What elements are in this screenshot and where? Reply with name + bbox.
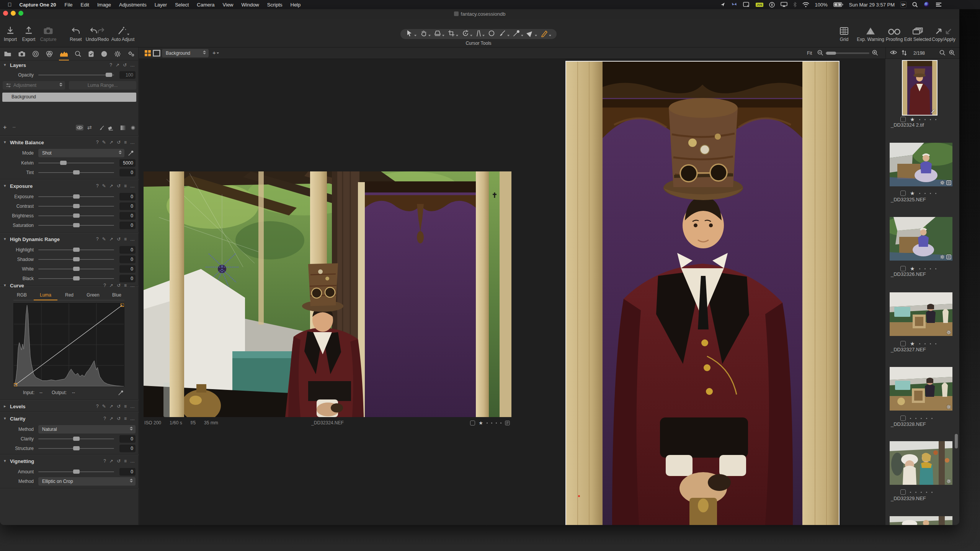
reset-button[interactable]: Reset <box>67 24 84 42</box>
edit-selected-button[interactable]: Edit Selected <box>902 24 933 42</box>
zoom-slider[interactable] <box>825 52 869 54</box>
browser-zoom-icon[interactable] <box>949 50 955 57</box>
black-slider[interactable] <box>38 278 114 279</box>
thumb-6-filename[interactable]: _DD32329.NEF <box>891 496 926 501</box>
help-icon[interactable]: ? <box>96 140 99 145</box>
thumb-1-filename[interactable]: _DD32324 2.tif <box>891 122 924 128</box>
exposure-slider[interactable] <box>38 196 114 197</box>
zoom-fit-select[interactable]: Fit <box>807 51 812 56</box>
menu-edit[interactable]: Edit <box>81 2 89 8</box>
clarity-method-select[interactable]: Natural <box>38 425 136 434</box>
vignette-amount-value[interactable]: 0 <box>119 468 136 476</box>
loupe-tool-icon[interactable] <box>434 29 444 39</box>
tint-value[interactable]: 0 <box>119 169 136 176</box>
swap-layers-icon[interactable]: ⇄ <box>87 124 92 130</box>
adjustments-picker-tool-icon[interactable] <box>526 29 537 39</box>
airplay-icon[interactable] <box>781 2 787 7</box>
reset-panel-icon[interactable]: ↺ <box>123 62 127 68</box>
viewer-image-2-selected[interactable]: ISO 2001/60 sf/535 mm _DD32324 2.tif ★ <box>565 61 840 525</box>
single-view-icon[interactable] <box>153 50 160 58</box>
levels-panel-header[interactable]: ▸ Levels ?✎↗↺≡… <box>0 402 139 412</box>
tint-slider[interactable] <box>38 172 114 173</box>
structure-value[interactable]: 0 <box>119 445 136 452</box>
menu-layer[interactable]: Layer <box>155 2 167 8</box>
zoom-in-icon[interactable] <box>872 50 878 57</box>
vignette-method-select[interactable]: Elliptic on Crop <box>38 477 136 486</box>
clarity-slider[interactable] <box>38 439 114 439</box>
luma-range-button[interactable]: Luma Range... <box>69 81 136 90</box>
thumb-6-rating[interactable] <box>900 489 933 495</box>
saturation-value[interactable]: 0 <box>119 222 136 229</box>
browser-search-icon[interactable] <box>939 50 946 57</box>
layer-visibility-icon[interactable] <box>76 125 83 130</box>
thumb-5-rating[interactable] <box>900 416 933 421</box>
spot-tool-icon[interactable] <box>488 29 495 39</box>
thumbnail-dd32326[interactable] <box>890 217 952 261</box>
export-button[interactable]: Export <box>20 24 38 42</box>
expand-panel-icon[interactable]: ↗ <box>109 140 113 145</box>
thumb-1-rating[interactable]: ★ <box>900 116 936 122</box>
wifi-icon[interactable] <box>802 2 809 7</box>
apple-menu-icon[interactable]:  <box>8 2 12 8</box>
grid-button[interactable]: Grid <box>835 24 854 42</box>
layer-item-background[interactable]: Background <box>2 93 136 102</box>
viewer-layer-select[interactable]: Background <box>162 49 209 57</box>
highlight-value[interactable]: 0 <box>119 246 136 254</box>
structure-slider[interactable] <box>38 448 114 449</box>
location-icon[interactable] <box>720 2 725 7</box>
siri-icon[interactable] <box>924 2 930 8</box>
viewer-image-1[interactable]: ISO 2001/60 sf/535 mm _DD32324.NEF ★ <box>144 171 511 417</box>
opacity-slider[interactable] <box>38 75 114 75</box>
menu-camera[interactable]: Camera <box>197 2 214 8</box>
select-tool-icon[interactable] <box>406 29 416 39</box>
shadow-value[interactable]: 0 <box>119 256 136 263</box>
browser-scrollbar[interactable] <box>955 434 958 448</box>
menu-clock[interactable]: Sun Mar 29 3:57 PM <box>849 2 895 8</box>
menu-scripts[interactable]: Scripts <box>267 2 283 8</box>
thumb-2-rating[interactable]: ★ <box>900 190 936 196</box>
image-1-rating[interactable]: ★ <box>470 420 510 426</box>
curve-editor[interactable] <box>13 303 124 387</box>
import-button[interactable]: Import <box>2 24 19 42</box>
tab-metadata-icon[interactable] <box>88 47 94 60</box>
thumb-2-filename[interactable]: _DD32325.NEF <box>891 197 926 202</box>
more-options-icon[interactable]: … <box>130 140 135 145</box>
expand-panel-icon[interactable]: ↗ <box>116 62 119 68</box>
image-1-filename[interactable]: _DD32324.NEF <box>144 420 511 425</box>
brush-tool-icon[interactable] <box>499 29 510 39</box>
star-icon[interactable]: ★ <box>479 420 483 426</box>
tab-capture-icon[interactable] <box>18 47 26 60</box>
butterfly-icon[interactable] <box>731 2 737 7</box>
kelvin-value[interactable]: 5000 <box>119 159 136 167</box>
contrast-value[interactable]: 0 <box>119 202 136 210</box>
help-icon[interactable]: ? <box>109 62 112 68</box>
curve-tab-luma[interactable]: Luma <box>34 292 57 298</box>
curve-tab-red[interactable]: Red <box>57 292 81 298</box>
app-menu-title[interactable]: Capture One 20 <box>20 2 56 8</box>
thumbnail-dd32329[interactable] <box>890 441 952 485</box>
menu-view[interactable]: View <box>223 2 234 8</box>
remove-layer-button[interactable]: − <box>12 124 16 131</box>
curve-tab-rgb[interactable]: RGB <box>10 292 34 298</box>
pan-tool-icon[interactable] <box>420 29 431 39</box>
collapse-chevron-icon[interactable]: ▾ <box>4 62 6 67</box>
contrast-slider[interactable] <box>38 206 114 207</box>
curve-panel-header[interactable]: ▾ Curve ?↗↺≡… <box>0 281 139 291</box>
onepassword-icon[interactable] <box>769 2 775 8</box>
straighten-tool-icon[interactable] <box>475 29 485 39</box>
highlight-slider[interactable] <box>38 249 114 250</box>
tab-settings-icon[interactable] <box>114 47 121 60</box>
browser-eye-icon[interactable] <box>890 50 897 56</box>
tab-color-icon[interactable] <box>46 47 53 60</box>
menu-file[interactable]: File <box>65 2 73 8</box>
add-view-button[interactable]: + <box>212 49 219 56</box>
menu-image[interactable]: Image <box>97 2 111 8</box>
curve-tab-blue[interactable]: Blue <box>105 292 129 298</box>
opacity-value[interactable]: 100 <box>119 71 136 79</box>
thumbnail-dd32325[interactable] <box>890 143 952 186</box>
menu-help[interactable]: Help <box>291 2 301 8</box>
copy-apply-button[interactable]: Copy/Apply <box>931 24 956 42</box>
undo-redo-button[interactable]: Undo/Redo <box>85 24 109 42</box>
white-balance-panel-header[interactable]: ▾ White Balance ? ✎ ↗ ↺ ≡ … <box>0 138 139 148</box>
menu-window[interactable]: Window <box>242 2 259 8</box>
